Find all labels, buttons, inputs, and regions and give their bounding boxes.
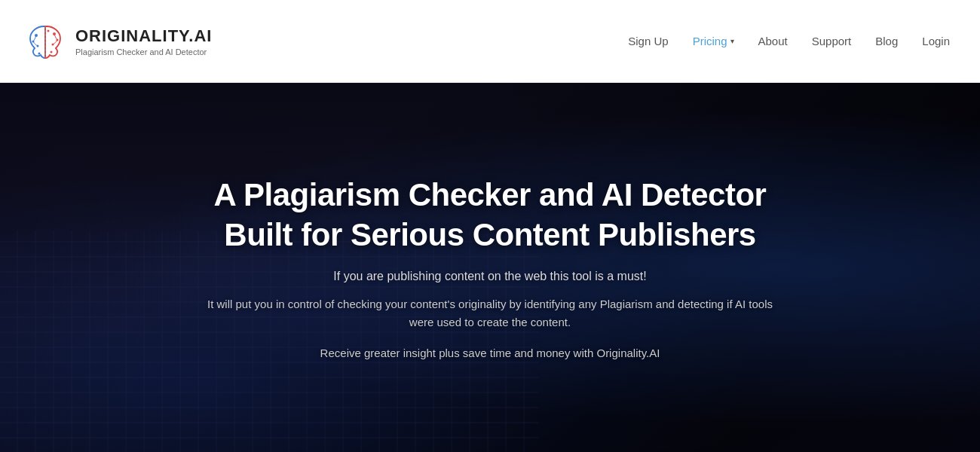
nav-login[interactable]: Login [922,35,950,47]
nav-signup[interactable]: Sign Up [628,35,668,47]
main-nav: Sign Up Pricing ▾ About Support Blog Log… [628,35,950,47]
hero-footer-text: Receive greater insight plus save time a… [320,347,660,359]
nav-support[interactable]: Support [812,35,852,47]
nav-about[interactable]: About [758,35,788,47]
hero-section: A Plagiarism Checker and AI Detector Bui… [0,83,980,452]
hero-title: A Plagiarism Checker and AI Detector Bui… [214,176,767,255]
logo-subtitle: Plagiarism Checker and AI Detector [75,47,212,56]
svg-point-7 [51,50,53,53]
nav-blog[interactable]: Blog [875,35,898,47]
site-header: ORIGINALITY.AI Plagiarism Checker and AI… [0,0,980,83]
svg-point-8 [47,29,50,32]
svg-point-3 [38,52,41,54]
logo-text: ORIGINALITY.AI Plagiarism Checker and AI… [75,26,212,56]
logo[interactable]: ORIGINALITY.AI Plagiarism Checker and AI… [23,19,212,64]
brain-logo-icon [23,19,68,64]
hero-description: It will put you in control of checking y… [204,295,776,331]
pricing-chevron-icon: ▾ [730,37,734,45]
hero-content: A Plagiarism Checker and AI Detector Bui… [0,83,980,452]
nav-pricing[interactable]: Pricing ▾ [693,35,734,47]
logo-title: ORIGINALITY.AI [75,26,212,46]
hero-tagline: If you are publishing content on the web… [333,270,646,283]
